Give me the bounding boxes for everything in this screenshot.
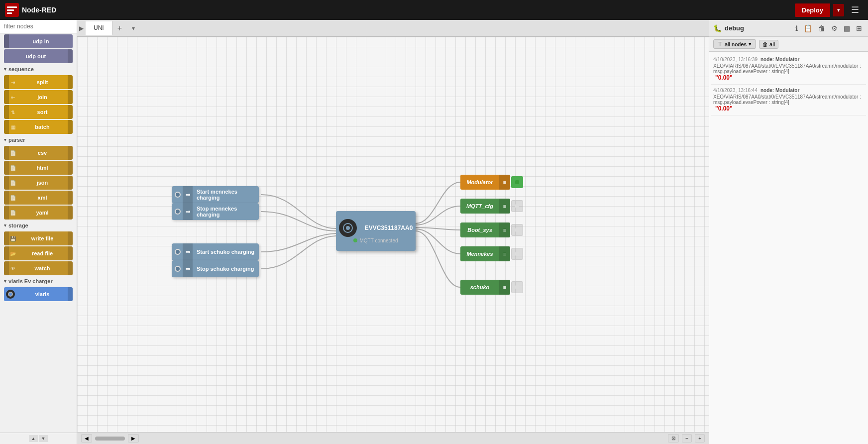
node-csv[interactable]: 📄 csv (4, 146, 73, 160)
canvas-zoom-controls: ⊡ − + (668, 434, 705, 443)
svg-rect-2 (7, 9, 14, 11)
svg-rect-3 (7, 12, 12, 14)
mennekes-port (511, 248, 523, 260)
sidebar: udp in udp out sequence ⇥ split ⇤ join (0, 20, 77, 444)
debug-trash-button[interactable]: 🗑 (816, 23, 827, 33)
topbar: Node-RED Deploy ▾ ☰ (0, 0, 868, 20)
scroll-up-button[interactable]: ▲ (29, 435, 38, 442)
node-start-mennekes[interactable]: ⇒ Start mennekes charging (172, 186, 259, 203)
mqtt-dot (353, 238, 357, 242)
deploy-caret-button[interactable]: ▾ (833, 4, 844, 16)
evvc-icon (339, 219, 357, 237)
menu-button[interactable]: ☰ (847, 2, 863, 17)
svg-point-5 (346, 226, 350, 230)
category-parser[interactable]: parser (0, 135, 77, 145)
node-yaml[interactable]: 📄 yaml (4, 206, 73, 220)
svg-rect-1 (7, 6, 17, 8)
debug-toolbar: ℹ 📋 🗑 ⚙ ▤ ⊞ (793, 23, 864, 33)
node-write-file[interactable]: 💾 write file (4, 231, 73, 245)
debug-title: debug (725, 24, 790, 32)
filter-all-nodes-button[interactable]: ⊤ all nodes ▾ (713, 39, 756, 49)
mqtt-cfg-port (511, 200, 523, 212)
debug-expand-button[interactable]: ⊞ (854, 23, 864, 33)
scroll-left-button[interactable]: ◀ (81, 434, 92, 443)
node-udp-in[interactable]: udp in (4, 34, 73, 48)
filter-nodes-input[interactable] (0, 20, 77, 33)
mqtt-status: MQTT connected (353, 238, 398, 243)
node-viaris[interactable]: viaris (4, 287, 73, 301)
debug-settings-button[interactable]: ⚙ (829, 23, 840, 33)
app-title: Node-RED (22, 6, 56, 14)
output-node-modulator[interactable]: Modulator ≡ (460, 175, 523, 190)
evvc-label: EVVC351187AA0 (365, 224, 413, 231)
debug-columns-button[interactable]: ▤ (842, 23, 852, 33)
canvas-area: ▶ UNI + ▾ (77, 20, 709, 444)
debug-header: 🐛 debug ℹ 📋 🗑 ⚙ ▤ ⊞ (709, 20, 868, 37)
topbar-right: Deploy ▾ ☰ (795, 2, 863, 17)
node-stop-mennekes[interactable]: ⇒ Stop mennekes charging (172, 203, 259, 220)
topbar-left: Node-RED (5, 3, 56, 17)
sidebar-bottom: ▲ ▼ (0, 433, 77, 444)
category-sequence[interactable]: sequence (0, 64, 77, 74)
filter-icon: ⊤ (718, 41, 723, 47)
node-udp-out[interactable]: udp out (4, 49, 73, 63)
modulator-output-port (511, 176, 523, 188)
horizontal-scrollbar[interactable] (95, 437, 125, 441)
debug-panel: 🐛 debug ℹ 📋 🗑 ⚙ ▤ ⊞ ⊤ all nodes ▾ 🗑 all (709, 20, 868, 444)
debug-message-1: 4/10/2023, 13:16:39 node: Modulator XEO/… (711, 54, 866, 85)
tab-play-button[interactable]: ▶ (77, 23, 86, 34)
debug-messages: 4/10/2023, 13:16:39 node: Modulator XEO/… (709, 52, 868, 444)
evvc-central-node[interactable]: EVVC351187AA0 MQTT connected (336, 211, 416, 251)
node-start-schuko[interactable]: ⇒ Start schuko charging (172, 243, 259, 260)
clear-all-button[interactable]: 🗑 all (759, 40, 778, 49)
node-watch[interactable]: 👁 watch (4, 261, 73, 275)
nodes-list: udp in udp out sequence ⇥ split ⇤ join (0, 33, 77, 433)
node-stop-schuko[interactable]: ⇒ Stop schuko charging (172, 260, 259, 277)
node-join[interactable]: ⇤ join (4, 90, 73, 104)
zoom-in-button[interactable]: + (695, 434, 705, 443)
canvas-bottom-bar: ◀ ▶ ⊡ − + (77, 432, 709, 444)
debug-message-2: 4/10/2023, 13:16:44 node: Modulator XEO/… (711, 85, 866, 115)
output-node-schuko[interactable]: schuko ≡ (460, 280, 523, 295)
debug-copy-button[interactable]: 📋 (802, 23, 814, 33)
canvas-scroll-left: ◀ ▶ (81, 434, 139, 443)
node-batch[interactable]: ▦ batch (4, 120, 73, 134)
output-node-mqtt-cfg[interactable]: MQTT_cfg ≡ (460, 199, 523, 214)
schuko-port (511, 281, 523, 293)
tab-uni[interactable]: UNI (86, 21, 112, 35)
canvas-wrapper[interactable]: ⇒ Start mennekes charging ⇒ Stop menneke… (77, 37, 709, 432)
main-area: udp in udp out sequence ⇥ split ⇤ join (0, 20, 868, 444)
node-html[interactable]: 📄 html (4, 161, 73, 175)
tab-chevron-button[interactable]: ▾ (127, 22, 140, 35)
deploy-button[interactable]: Deploy (795, 3, 830, 17)
node-sort[interactable]: ⇅ sort (4, 105, 73, 119)
debug-filter-bar: ⊤ all nodes ▾ 🗑 all (709, 37, 868, 52)
node-read-file[interactable]: 📂 read file (4, 246, 73, 260)
output-node-mennekes[interactable]: Mennekes ≡ (460, 246, 523, 261)
node-json[interactable]: 📄 json (4, 176, 73, 190)
tab-bar: ▶ UNI + ▾ (77, 20, 709, 37)
debug-info-button[interactable]: ℹ (793, 23, 800, 33)
node-xml[interactable]: 📄 xml (4, 191, 73, 205)
output-node-boot-sys[interactable]: Boot_sys ≡ (460, 222, 523, 237)
logo-icon (5, 3, 19, 17)
scroll-down-button[interactable]: ▼ (39, 435, 48, 442)
fit-view-button[interactable]: ⊡ (668, 434, 679, 443)
zoom-out-button[interactable]: − (682, 434, 692, 443)
logo: Node-RED (5, 3, 56, 17)
node-split[interactable]: ⇥ split (4, 75, 73, 89)
scroll-right-button[interactable]: ▶ (128, 434, 139, 443)
category-viaris[interactable]: viaris Ev charger (0, 276, 77, 286)
filter-chevron-icon: ▾ (749, 41, 752, 47)
category-storage[interactable]: storage (0, 221, 77, 230)
debug-icon: 🐛 (713, 24, 722, 32)
tab-add-button[interactable]: + (112, 21, 127, 36)
boot-sys-port (511, 224, 523, 236)
